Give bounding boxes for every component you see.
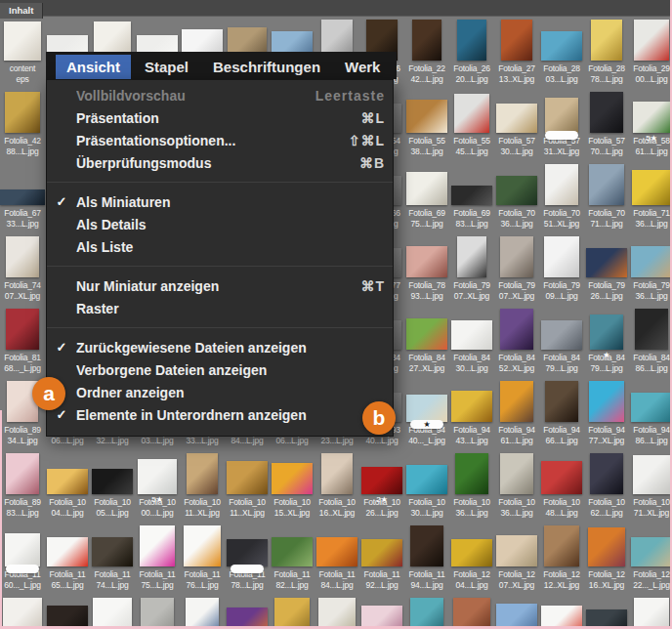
photo-thumbnail[interactable] [545, 381, 578, 422]
photo-thumbnail[interactable] [632, 170, 671, 205]
thumbnail-cell[interactable]: Fotolia_1184...L.jpg [315, 522, 359, 594]
photo-thumbnail[interactable] [3, 598, 42, 629]
photo-thumbnail[interactable] [451, 391, 492, 422]
photo-thumbnail[interactable] [500, 381, 533, 422]
thumbnail-cell[interactable]: 5★Fotolia_5861...L.jpg [629, 88, 672, 160]
photo-thumbnail[interactable] [92, 469, 133, 494]
thumbnail-cell[interactable]: Fotolia_7907..XL.jpg [494, 232, 539, 305]
thumbnail-cell[interactable]: Fotolia_2803...L.jpg [539, 16, 584, 88]
photo-thumbnail[interactable] [140, 525, 175, 566]
photo-thumbnail[interactable] [541, 31, 582, 61]
thumbnail-cell[interactable]: Fotolia_7907..XL.jpg [449, 232, 494, 305]
photo-thumbnail[interactable] [496, 176, 537, 205]
thumbnail-cell[interactable]: Fotolia_1212..XL.jpg [539, 522, 584, 594]
thumbnail-cell[interactable]: Fotolia_5538...L.jpg [404, 88, 449, 160]
thumbnail-cell[interactable] [359, 594, 404, 629]
menu-item-praesentationsoptionen[interactable]: Präsentationsoptionen... ⇧⌘L [47, 129, 393, 151]
thumbnail-cell[interactable]: Fotolia_1036...L.jpg [494, 449, 539, 522]
menu-item-nur-miniatur-anzeigen[interactable]: Nur Miniatur anzeigen ⌘T [47, 274, 393, 297]
thumbnail-cell[interactable]: Fotolia_7071...L.jpg [584, 160, 629, 232]
menubar-item-beschriftungen[interactable]: Beschriftungen [202, 55, 331, 79]
photo-thumbnail[interactable] [541, 320, 582, 350]
photo-thumbnail[interactable] [544, 236, 579, 277]
thumbnail-cell[interactable]: Fotolia_7036...L.jpg [494, 160, 539, 232]
menubar-item-ansicht[interactable]: Ansicht [56, 55, 131, 79]
photo-thumbnail[interactable] [590, 314, 623, 350]
menubar-item-stapel[interactable]: Stapel [134, 55, 199, 79]
photo-thumbnail[interactable] [5, 533, 40, 566]
thumbnail-cell[interactable]: Fotolia_1192...L.jpg [359, 522, 404, 594]
thumbnail-cell[interactable] [270, 594, 315, 629]
photo-thumbnail[interactable] [186, 598, 219, 629]
thumbnail-cell[interactable] [629, 594, 672, 629]
photo-thumbnail[interactable] [457, 20, 486, 61]
thumbnail-cell[interactable]: contenteps [0, 16, 45, 88]
thumbnail-cell[interactable]: Fotolia_1011..XL.jpg [225, 449, 270, 522]
photo-thumbnail[interactable] [541, 461, 582, 494]
thumbnail-cell[interactable]: Fotolia_7909...L.jpg [539, 232, 584, 305]
photo-thumbnail[interactable] [500, 236, 533, 277]
thumbnail-cell[interactable]: Fotolia_7926...L.jpg [584, 232, 629, 305]
photo-thumbnail[interactable] [589, 164, 624, 205]
menu-item-als-details[interactable]: Als Details [47, 213, 393, 235]
photo-thumbnail[interactable] [321, 453, 353, 494]
thumbnail-cell[interactable]: ★Fotolia_9440..._L.jpg [404, 377, 449, 449]
photo-thumbnail[interactable] [361, 467, 402, 494]
thumbnail-cell[interactable] [449, 594, 494, 629]
thumbnail-cell[interactable] [539, 594, 584, 629]
thumbnail-cell[interactable]: Fotolia_7051..XL.jpg [539, 160, 584, 232]
photo-thumbnail[interactable] [501, 20, 532, 61]
thumbnail-cell[interactable]: Fotolia_9477..XL.jpg [584, 377, 629, 449]
thumbnail-cell[interactable]: Fotolia_1216..XL.jpg [584, 522, 629, 594]
photo-thumbnail[interactable] [591, 20, 622, 61]
thumbnail-cell[interactable]: Fotolia_6983...L.jpg [449, 160, 494, 232]
menu-item-verborgene-dateien-anzeigen[interactable]: Verborgene Dateien anzeigen [47, 358, 393, 381]
thumbnail-cell[interactable] [404, 594, 449, 629]
thumbnail-cell[interactable]: Fotolia_8486...L.jpg [629, 305, 672, 377]
thumbnail-cell[interactable]: Fotolia_1207..XL.jpg [494, 522, 539, 594]
photo-thumbnail[interactable] [545, 164, 578, 205]
thumbnail-cell[interactable]: Fotolia_8168..._L.jpg [0, 305, 45, 377]
thumbnail-cell[interactable]: Fotolia_7136...L.jpg [629, 160, 672, 232]
thumbnail-cell[interactable]: Fotolia_1174...L.jpg [90, 522, 135, 594]
photo-thumbnail[interactable] [141, 598, 174, 629]
thumbnail-cell[interactable]: Fotolia_1165...L.jpg [45, 522, 90, 594]
thumbnail-cell[interactable]: Fotolia_1036...L.jpg [449, 449, 494, 522]
photo-thumbnail[interactable] [93, 598, 132, 629]
thumbnail-cell[interactable]: Fotolia_9486...L.jpg [629, 377, 672, 449]
thumbnail-cell[interactable]: Fotolia_1178...L.jpg [225, 522, 270, 594]
thumbnail-cell[interactable]: Fotolia_1175...L.jpg [135, 522, 180, 594]
photo-thumbnail[interactable] [406, 172, 447, 205]
photo-thumbnail[interactable] [227, 539, 268, 566]
thumbnail-cell[interactable]: Fotolia_5730...L.jpg [494, 88, 539, 160]
thumbnail-cell[interactable] [584, 594, 629, 629]
thumbnail-cell[interactable]: 5★Fotolia_1000...L.jpg [135, 449, 180, 522]
thumbnail-cell[interactable]: Fotolia_1062...L.jpg [584, 449, 629, 522]
photo-thumbnail[interactable] [590, 453, 623, 494]
photo-thumbnail[interactable] [451, 320, 492, 350]
thumbnail-cell[interactable]: ★Fotolia_8479...L.jpg [584, 305, 629, 377]
photo-thumbnail[interactable] [544, 525, 579, 566]
photo-thumbnail[interactable] [187, 453, 218, 494]
photo-thumbnail[interactable] [410, 525, 443, 566]
menu-item-vollbildvorschau[interactable]: Vollbildvorschau Leertaste [47, 84, 393, 106]
thumbnail-cell[interactable]: Fotolia_8983...L.jpg [0, 449, 45, 522]
menu-item-als-liste[interactable]: Als Liste [47, 235, 393, 258]
photo-thumbnail[interactable] [406, 318, 447, 350]
photo-thumbnail[interactable] [0, 189, 45, 205]
thumbnail-cell[interactable]: Fotolia_9443...L.jpg [449, 377, 494, 449]
thumbnail-cell[interactable]: Fotolia_1016..XL.jpg [315, 449, 359, 522]
thumbnail-cell[interactable]: Fotolia_7893...L.jpg [404, 232, 449, 305]
thumbnail-cell[interactable]: 2★Fotolia_1026...L.jpg [359, 449, 404, 522]
photo-thumbnail[interactable] [590, 92, 623, 133]
thumbnail-cell[interactable] [225, 594, 270, 629]
photo-thumbnail[interactable] [227, 461, 268, 494]
photo-thumbnail[interactable] [138, 459, 177, 494]
photo-thumbnail[interactable] [412, 20, 441, 61]
menu-item-ueberpruefungsmodus[interactable]: Überprüfungsmodus ⌘B [47, 151, 393, 174]
photo-thumbnail[interactable] [633, 102, 670, 133]
photo-thumbnail[interactable] [635, 309, 668, 350]
photo-thumbnail[interactable] [455, 453, 488, 494]
photo-thumbnail[interactable] [500, 453, 533, 494]
thumbnail-cell[interactable]: Fotolia_2900...L.jpg [629, 16, 672, 88]
